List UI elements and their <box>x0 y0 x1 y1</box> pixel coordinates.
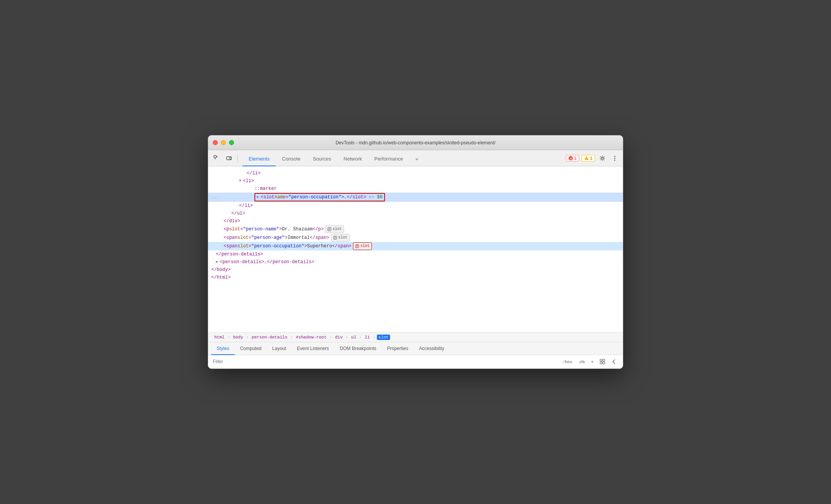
dom-line[interactable]: <span slot="person-age">Immortal</span> … <box>208 233 623 242</box>
error-badge[interactable]: ✕ 1 <box>566 155 579 162</box>
filter-controls: :hov .cls + <box>560 357 618 366</box>
dom-line[interactable]: <p slot="person-name">Dr. Shazaam</p> sl… <box>208 225 623 233</box>
tab-more[interactable]: » <box>409 152 424 166</box>
dom-line[interactable]: </li> <box>208 202 623 210</box>
breadcrumb-item-html[interactable]: html <box>213 335 226 340</box>
dom-line[interactable]: ▼ <li> <box>208 177 623 185</box>
warning-badge[interactable]: ! 1 <box>582 155 595 162</box>
dom-line[interactable]: </body> <box>208 266 623 274</box>
menu-button[interactable] <box>610 153 620 163</box>
cls-filter-button[interactable]: .cls <box>577 359 587 365</box>
bottom-tab-list: Styles Computed Layout Event Listeners D… <box>208 342 623 355</box>
breadcrumb-item-body[interactable]: body <box>231 335 244 340</box>
add-style-button[interactable]: + <box>589 359 595 365</box>
svg-point-9 <box>614 157 616 159</box>
triangle-icon[interactable]: ▼ <box>239 178 243 184</box>
breadcrumb-item-div[interactable]: div <box>334 335 344 340</box>
svg-rect-15 <box>603 359 605 361</box>
svg-rect-2 <box>229 157 231 159</box>
toolbar: Elements Console Sources Network Perform… <box>208 150 623 166</box>
slot-badge-age[interactable]: slot <box>331 234 350 242</box>
breadcrumb-bar: html › body › person-details › #shadow-r… <box>208 332 623 342</box>
tab-elements[interactable]: Elements <box>243 152 276 166</box>
back-icon-button[interactable] <box>610 357 618 366</box>
tab-computed[interactable]: Computed <box>235 343 267 355</box>
toolbar-separator <box>237 154 238 162</box>
svg-text:!: ! <box>586 157 587 160</box>
back-icon <box>611 359 617 364</box>
filter-bar: :hov .cls + <box>208 355 623 369</box>
title-bar: DevTools - mdn.github.io/web-components-… <box>208 135 623 150</box>
slot-badge-icon <box>355 244 359 248</box>
bottom-panel: Styles Computed Layout Event Listeners D… <box>208 342 623 369</box>
tab-network[interactable]: Network <box>337 152 368 166</box>
dom-line[interactable]: </li> <box>208 169 623 177</box>
svg-point-8 <box>614 156 616 157</box>
triangle-icon[interactable]: ▶ <box>257 194 261 201</box>
filter-input[interactable] <box>213 359 557 364</box>
layout-icon <box>599 359 605 365</box>
window-title: DevTools - mdn.github.io/web-components-… <box>336 140 495 145</box>
dom-line[interactable]: ::marker <box>208 185 623 193</box>
svg-point-10 <box>614 159 616 161</box>
tab-event-listeners[interactable]: Event Listeners <box>292 343 334 355</box>
tab-layout[interactable]: Layout <box>267 343 292 355</box>
breadcrumb-item-shadow-root[interactable]: #shadow-root <box>294 335 328 340</box>
breadcrumb-item-ul[interactable]: ul <box>349 335 358 340</box>
dom-line[interactable]: </html> <box>208 274 623 281</box>
styles-layout-icon[interactable] <box>598 357 607 366</box>
breadcrumb-item-person-details[interactable]: person-details <box>250 335 289 340</box>
slot-badge-occupation[interactable]: slot <box>353 242 372 250</box>
settings-button[interactable] <box>597 153 607 163</box>
error-icon: ✕ <box>568 156 573 161</box>
inspect-element-button[interactable] <box>211 153 222 164</box>
close-button[interactable] <box>213 140 218 145</box>
dom-line[interactable]: </div> <box>208 217 623 225</box>
slot-badge-icon <box>327 227 331 231</box>
triangle-icon[interactable]: ▶ <box>216 259 220 266</box>
tab-dom-breakpoints[interactable]: DOM Breakpoints <box>334 343 382 355</box>
tab-sources[interactable]: Sources <box>307 152 337 166</box>
dom-line-selected[interactable]: ... ▶ <slot name="person-occupation">…</… <box>208 193 623 202</box>
toolbar-right: ✕ 1 ! 1 <box>566 153 620 163</box>
minimize-button[interactable] <box>221 140 226 145</box>
breadcrumb-item-slot[interactable]: slot <box>377 335 390 340</box>
traffic-lights <box>213 140 234 145</box>
hov-filter-button[interactable]: :hov <box>560 359 574 365</box>
dom-line[interactable]: ▶ <person-details>…</person-details> <box>208 258 623 266</box>
slot-badge-name[interactable]: slot <box>325 225 344 233</box>
tab-accessibility[interactable]: Accessibility <box>414 343 449 355</box>
device-toolbar-button[interactable] <box>224 153 234 164</box>
tab-performance[interactable]: Performance <box>368 152 409 166</box>
svg-rect-16 <box>600 362 602 364</box>
dom-line-highlighted[interactable]: <span slot="person-occupation">Superhero… <box>208 242 623 250</box>
tab-list: Elements Console Sources Network Perform… <box>243 150 424 166</box>
dots-indicator: ... <box>211 194 219 201</box>
svg-point-7 <box>602 157 604 159</box>
breadcrumb-item-li[interactable]: li <box>363 335 371 340</box>
svg-rect-17 <box>603 362 605 364</box>
warning-icon: ! <box>584 156 589 161</box>
dom-line[interactable]: </person-details> <box>208 250 623 258</box>
tab-console[interactable]: Console <box>276 152 307 166</box>
tab-properties[interactable]: Properties <box>382 343 414 355</box>
maximize-button[interactable] <box>229 140 234 145</box>
svg-rect-0 <box>214 156 216 158</box>
slot-badge-icon <box>333 236 337 240</box>
tab-styles[interactable]: Styles <box>211 343 235 355</box>
svg-text:✕: ✕ <box>569 157 572 160</box>
elements-panel[interactable]: </li> ▼ <li> ::marker ... ▶ <slot name="… <box>208 166 623 332</box>
dom-line[interactable]: </ul> <box>208 210 623 217</box>
svg-rect-14 <box>600 359 602 361</box>
devtools-window: DevTools - mdn.github.io/web-components-… <box>208 135 623 369</box>
slot-element-box: ▶ <slot name="person-occupation">…</slot… <box>254 193 385 201</box>
